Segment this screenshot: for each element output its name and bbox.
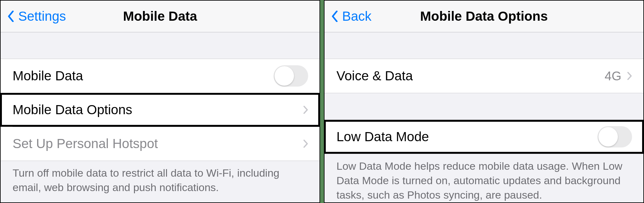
- mobile-data-toggle[interactable]: [274, 65, 308, 87]
- page-title: Mobile Data: [123, 9, 197, 24]
- chevron-left-icon: [8, 11, 14, 22]
- back-button[interactable]: Back: [331, 1, 371, 32]
- toggle-knob: [598, 127, 618, 147]
- settings-group: Low Data Mode: [325, 120, 643, 154]
- back-button[interactable]: Settings: [8, 1, 66, 32]
- row-label: Mobile Data: [13, 68, 274, 83]
- row-mobile-data-toggle[interactable]: Mobile Data: [1, 59, 319, 93]
- spacer: [325, 93, 643, 120]
- chevron-right-icon: [303, 139, 308, 148]
- navbar: Settings Mobile Data: [1, 1, 319, 32]
- pane-mobile-data-options: Back Mobile Data Options Voice & Data 4G…: [324, 0, 644, 203]
- toggle-knob: [275, 66, 294, 86]
- row-personal-hotspot[interactable]: Set Up Personal Hotspot: [1, 127, 319, 161]
- group-footer: Low Data Mode helps reduce mobile data u…: [325, 154, 643, 202]
- row-low-data-mode[interactable]: Low Data Mode: [325, 120, 643, 154]
- chevron-left-icon: [331, 11, 338, 22]
- row-mobile-data-options[interactable]: Mobile Data Options: [1, 93, 319, 127]
- page-title: Mobile Data Options: [420, 9, 548, 24]
- row-label: Set Up Personal Hotspot: [13, 136, 303, 151]
- low-data-mode-toggle[interactable]: [597, 126, 632, 147]
- row-label: Low Data Mode: [336, 129, 597, 144]
- back-label: Settings: [18, 9, 66, 24]
- spacer: [1, 32, 319, 59]
- spacer: [325, 32, 643, 59]
- back-label: Back: [342, 9, 371, 24]
- row-label: Voice & Data: [336, 68, 605, 83]
- group-footer: Turn off mobile data to restrict all dat…: [1, 161, 319, 195]
- chevron-right-icon: [627, 72, 632, 80]
- content[interactable]: Voice & Data 4G Low Data Mode Low Data M…: [325, 32, 643, 202]
- pane-mobile-data: Settings Mobile Data Mobile Data Mobile …: [0, 0, 320, 203]
- row-value: 4G: [605, 69, 621, 83]
- content[interactable]: Mobile Data Mobile Data Options Set Up P…: [1, 32, 319, 195]
- screenshot-canvas: Settings Mobile Data Mobile Data Mobile …: [0, 0, 644, 203]
- chevron-right-icon: [303, 105, 308, 114]
- pane-divider: [320, 0, 324, 203]
- settings-group: Voice & Data 4G: [325, 59, 643, 93]
- navbar: Back Mobile Data Options: [325, 1, 643, 32]
- row-label: Mobile Data Options: [13, 102, 303, 117]
- row-voice-and-data[interactable]: Voice & Data 4G: [325, 59, 643, 93]
- settings-group: Mobile Data Mobile Data Options Set Up P…: [1, 59, 319, 161]
